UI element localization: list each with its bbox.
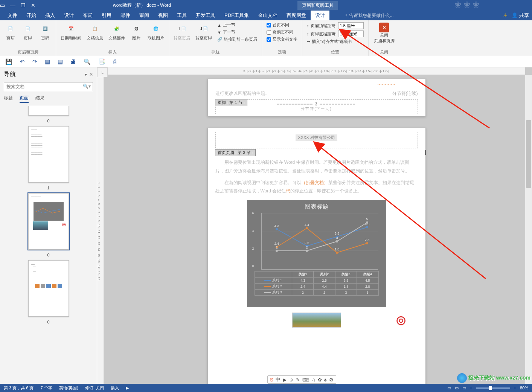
tab-hf-design[interactable]: 设计 — [311, 11, 329, 20]
print-layout-button[interactable]: ▭ — [455, 386, 459, 390]
save-button[interactable]: 💾 — [5, 58, 12, 65]
nav-tab-headings[interactable]: 标题 — [4, 95, 13, 103]
print-preview-button[interactable]: 🖶 — [70, 58, 76, 65]
ime-toolbar[interactable]: S 中 ▶ ☺ ✎ ⌨ ♫ ✿ ♠ ⚙ — [267, 375, 336, 384]
different-first-page-checkbox[interactable]: 首页不同 — [265, 22, 299, 28]
tab-layout[interactable]: 布局 — [78, 11, 97, 20]
nav-dropdown-icon[interactable]: ▾ — [85, 72, 87, 77]
menubar: 文件 开始 插入 设计 布局 引用 邮件 审阅 视图 工具 开发工具 PDF工具… — [0, 11, 532, 20]
zoom-out-button[interactable]: − — [470, 386, 472, 390]
tab-home[interactable]: 开始 — [22, 11, 41, 20]
footer-bottom-input[interactable] — [338, 31, 364, 37]
share-button[interactable]: 👤 共享 — [512, 12, 529, 19]
ime-lang-button[interactable]: 中 — [276, 376, 280, 383]
tab-tools[interactable]: 工具 — [172, 11, 191, 20]
svg-point-21 — [306, 250, 308, 252]
nav-tab-pages[interactable]: 页面 — [20, 95, 29, 103]
document-scroll[interactable]: ⋯⋯⋯⋯ 进行更改以匹配新的主题。分节符(连续) 页脚 - 第 1 节 - ┅┅… — [108, 75, 525, 384]
prev-section-button[interactable]: ▲ 上一节 — [216, 22, 259, 28]
zoom-level[interactable]: 80% — [520, 386, 528, 390]
close-window-button[interactable]: ✕ — [31, 2, 35, 8]
document-info-button[interactable]: 📋文档信息 — [85, 22, 105, 49]
page-thumb[interactable]: ━━━━━━━━━━━━━━━━━━━━━━━━━━━━━━━━━━━━━━━━… — [28, 126, 69, 183]
macro-record-icon[interactable]: ▶ — [126, 386, 129, 390]
next-section-button[interactable]: ▼ 下一节 — [216, 29, 259, 35]
nav-close-icon[interactable]: ✕ — [89, 72, 93, 77]
page-number-button[interactable]: #️⃣页码 — [38, 22, 53, 49]
ruler-corner[interactable]: L — [97, 67, 108, 77]
ime-settings-button[interactable]: ⚙ — [329, 377, 334, 383]
ime-item[interactable]: ▶ — [283, 377, 287, 383]
qat-btn-5[interactable]: ▤ — [58, 58, 63, 65]
tab-mailings[interactable]: 邮件 — [116, 11, 135, 20]
page-thumb-selected[interactable]: ━━━━━━━━━━━━━━━━━━━━━━━━━━━ ⊚ — [28, 193, 69, 250]
insert-align-tab-button[interactable]: ⇥ 插入"对齐方式"选项卡 — [305, 38, 365, 45]
vertical-scrollbar[interactable] — [525, 75, 532, 384]
read-mode-button[interactable]: ▭ — [447, 386, 451, 390]
tab-design[interactable]: 设计 — [59, 11, 78, 20]
qat-btn-8[interactable]: 📑 — [98, 58, 105, 65]
picture-button[interactable]: 🖼图片 — [129, 22, 144, 49]
ime-item[interactable]: ✿ — [318, 377, 322, 383]
embedded-chart[interactable]: 图表标题 6420 4.32.53.54.52.44.41.82.82235 类… — [247, 200, 386, 307]
tab-insert[interactable]: 插入 — [41, 11, 59, 20]
minimize-button[interactable]: — — [10, 2, 15, 8]
thumbnail-list[interactable]: 0 ━━━━━━━━━━━━━━━━━━━━━━━━━━━━━━━━━━━━━━… — [4, 106, 93, 369]
link-previous-button[interactable]: 🔗 链接到前一条页眉 — [216, 36, 259, 43]
goto-footer-button[interactable]: ⬇📄转至页脚 — [194, 22, 213, 49]
show-doc-text-checkbox[interactable]: 显示文档文字 — [265, 36, 299, 43]
ime-emoji-button[interactable]: ☺ — [289, 377, 294, 383]
header-button[interactable]: 📄页眉 — [3, 22, 18, 49]
embedded-image[interactable] — [292, 313, 341, 328]
search-icon[interactable]: 🔍▾ — [83, 84, 91, 89]
document-page[interactable]: ⋯⋯⋯⋯ 进行更改以匹配新的主题。分节符(连续) 页脚 - 第 1 节 - ┅┅… — [207, 79, 426, 116]
datetime-button[interactable]: 📅日期和时间 — [59, 22, 83, 49]
tab-dev[interactable]: 开发工具 — [191, 11, 220, 20]
tab-review[interactable]: 审阅 — [135, 11, 154, 20]
tab-file[interactable]: 文件 — [3, 11, 22, 20]
tab-pdf[interactable]: PDF工具集 — [220, 11, 253, 20]
different-odd-even-checkbox[interactable]: 奇偶页不同 — [265, 29, 299, 35]
web-layout-button[interactable]: ▭ — [462, 386, 466, 390]
close-header-footer-button[interactable]: ✕ 关闭 页眉和页脚 — [372, 22, 397, 49]
tab-references[interactable]: 引用 — [97, 11, 116, 20]
redo-button[interactable]: ↷ — [32, 58, 37, 65]
status-page[interactable]: 第 3 页，共 6 页 — [4, 385, 34, 391]
zoom-button[interactable]: 🔍 — [84, 58, 91, 65]
restore-button[interactable]: ❐ — [21, 2, 26, 8]
header-content[interactable]: XXXX 科技有限公司 — [296, 134, 337, 141]
online-picture-button[interactable]: 🌐联机图片 — [146, 22, 166, 49]
nav-tab-results[interactable]: 结果 — [35, 95, 44, 103]
tab-wps[interactable]: 金山文档 — [253, 11, 282, 20]
nav-search-input[interactable] — [4, 82, 93, 91]
qat-btn-4[interactable]: ▦ — [45, 58, 50, 65]
status-word-count[interactable]: 7 个字 — [40, 385, 52, 391]
page-thumb[interactable]: ━━━━━ ━━━━ ━━━━ ━━━━ — [28, 260, 69, 317]
ime-item[interactable]: ♫ — [312, 377, 316, 383]
footer-button[interactable]: 📄页脚 — [20, 22, 35, 49]
undo-button[interactable]: ↶ — [20, 58, 25, 65]
ime-keyboard-button[interactable]: ⌨ — [302, 377, 309, 383]
qat-btn-9[interactable]: ⎙ — [113, 58, 116, 65]
goto-header-button[interactable]: ⬆📄转至页眉 — [172, 22, 192, 49]
zoom-in-button[interactable]: + — [514, 386, 516, 390]
vertical-ruler[interactable]: 1 · 1 · 2 · 3 · 4 · 5 · 6 · 7 · 8 · 9 · … — [97, 77, 104, 384]
warning-icon[interactable]: ⚠ — [503, 12, 508, 18]
ime-item[interactable]: ♠ — [324, 377, 327, 383]
quick-parts-icon: 🧩 — [111, 23, 123, 35]
header-top-input[interactable] — [338, 22, 364, 29]
tell-me-input[interactable]: ♀ 告诉我您想要做什么... — [345, 12, 393, 19]
zoom-slider[interactable] — [476, 387, 510, 389]
ribbon-display-options-icon[interactable]: ▭ — [0, 2, 5, 8]
horizontal-ruler[interactable]: 3·|·2·|·1·|····|·1·|·2·|·3·|·4·|·5·|·6·|… — [108, 67, 525, 75]
page-thumb[interactable] — [28, 106, 69, 116]
status-track-changes[interactable]: 修订: 关闭 — [85, 385, 104, 391]
tab-baidu[interactable]: 百度网盘 — [282, 11, 311, 20]
tab-view[interactable]: 视图 — [154, 11, 172, 20]
ime-item[interactable]: ✎ — [296, 377, 300, 383]
quick-parts-button[interactable]: 🧩文档部件 — [107, 22, 127, 49]
document-page[interactable]: XXXX 科技有限公司 首页页眉 - 第 3 节 - 用在需要位置出现的新按钮在… — [207, 128, 426, 384]
status-insert-mode[interactable]: 插入 — [111, 385, 119, 391]
status-language[interactable]: 英语(美国) — [59, 385, 78, 391]
ime-logo-icon[interactable]: S — [270, 377, 273, 383]
